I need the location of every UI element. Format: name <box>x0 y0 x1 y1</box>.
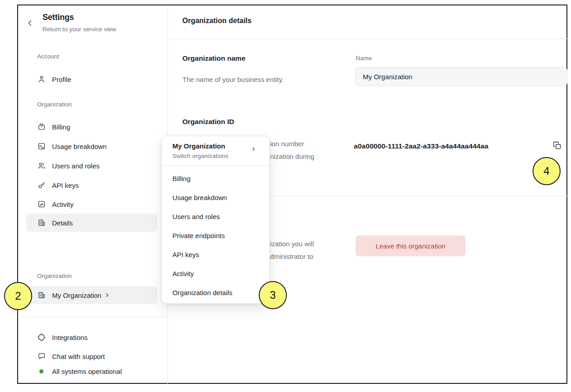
annotation-callout-3: 3 <box>259 281 287 309</box>
organization-name-input[interactable] <box>355 67 567 86</box>
org-name-description: The name of your business entity. <box>182 76 284 83</box>
activity-icon <box>37 200 46 209</box>
org-id-description-line1: ion number <box>270 139 304 148</box>
sidebar-item-usage-breakdown[interactable]: Usage breakdown <box>26 137 157 155</box>
sidebar-item-billing[interactable]: Billing <box>26 118 157 136</box>
main-pane-title: Organization details <box>182 17 252 25</box>
popup-item-billing[interactable]: Billing <box>162 169 269 188</box>
page-title: Settings <box>43 13 74 22</box>
sidebar-item-my-organization[interactable]: My Organization <box>26 286 157 304</box>
popup-item-private-endpoints[interactable]: Private endpoints <box>162 226 269 245</box>
sidebar-item-label: Users and roles <box>52 162 100 170</box>
status-dot <box>39 369 43 373</box>
sidebar-item-label: Billing <box>52 123 70 131</box>
usage-chart-icon <box>37 142 46 151</box>
org-name-title: Organization name <box>182 54 246 62</box>
sidebar-item-label: Chat with support <box>52 353 105 360</box>
building-icon <box>37 291 46 300</box>
popup-org-switcher[interactable]: My Organization Switch organizations <box>162 136 269 166</box>
section-label-organization-switcher: Organization <box>37 272 72 279</box>
popup-menu-list: Billing Usage breakdown Users and roles … <box>162 166 269 303</box>
chevron-right-icon <box>251 146 257 152</box>
sidebar-item-label: Usage breakdown <box>52 143 107 150</box>
copy-org-id-button[interactable] <box>551 139 563 151</box>
sidebar-item-users-and-roles[interactable]: Users and roles <box>26 157 157 175</box>
sidebar-item-api-keys[interactable]: API keys <box>26 176 157 194</box>
person-icon <box>37 75 46 84</box>
organization-menu-popup: My Organization Switch organizations Bil… <box>162 136 270 304</box>
sidebar-item-integrations[interactable]: Integrations <box>26 328 157 346</box>
org-id-description-line2: nization during <box>270 152 314 161</box>
sidebar-item-details[interactable]: Details <box>26 214 157 232</box>
chevron-right-icon <box>104 292 110 298</box>
back-chevron-icon[interactable] <box>26 19 34 27</box>
section-label-account: Account <box>37 53 59 60</box>
popup-org-subtitle: Switch organizations <box>172 152 262 160</box>
name-field-label: Name <box>356 55 372 62</box>
leave-organization-button[interactable]: Leave this organization <box>356 235 466 256</box>
annotation-callout-2: 2 <box>4 282 32 310</box>
sidebar-item-label: Details <box>52 219 73 227</box>
leave-description-line1: ization you will <box>270 239 314 249</box>
popup-item-users-and-roles[interactable]: Users and roles <box>162 207 269 226</box>
users-icon <box>37 161 46 170</box>
popup-item-usage-breakdown[interactable]: Usage breakdown <box>162 188 269 207</box>
sidebar-item-activity[interactable]: Activity <box>26 195 157 213</box>
billing-icon <box>37 122 46 131</box>
popup-item-api-keys[interactable]: API keys <box>162 245 269 264</box>
chat-bubble-icon <box>37 352 46 361</box>
key-icon <box>37 181 46 190</box>
sidebar-item-label: Integrations <box>52 334 87 341</box>
sidebar-item-system-status[interactable]: All systems operational <box>26 362 157 380</box>
sidebar-footer-divider <box>18 316 167 317</box>
annotation-callout-4: 4 <box>533 157 561 185</box>
header-divider <box>168 38 567 39</box>
sidebar-item-label: Activity <box>52 201 74 208</box>
popup-item-organization-details[interactable]: Organization details <box>162 283 269 302</box>
org-id-title: Organization ID <box>182 118 234 126</box>
organization-id-value: a0a00000-1111-2aa2-a333-a4a44aa444aa <box>354 142 489 150</box>
window-frame <box>17 5 567 384</box>
sidebar-item-label: My Organization <box>52 292 101 299</box>
sidebar-item-profile[interactable]: Profile <box>26 70 157 88</box>
copy-icon <box>552 141 562 150</box>
popup-item-activity[interactable]: Activity <box>162 264 269 283</box>
building-icon <box>37 218 46 227</box>
popup-org-name: My Organization <box>172 142 262 151</box>
page-subtitle: Return to your service view <box>43 26 116 33</box>
settings-page: Settings Return to your service view Acc… <box>0 0 571 392</box>
section-label-organization: Organization <box>37 101 72 108</box>
sidebar-item-label: Profile <box>52 76 71 83</box>
status-label: All systems operational <box>52 368 122 375</box>
leave-description-line2: administrator to <box>266 252 313 261</box>
puzzle-icon <box>37 333 46 342</box>
sidebar-item-label: API keys <box>52 182 79 189</box>
